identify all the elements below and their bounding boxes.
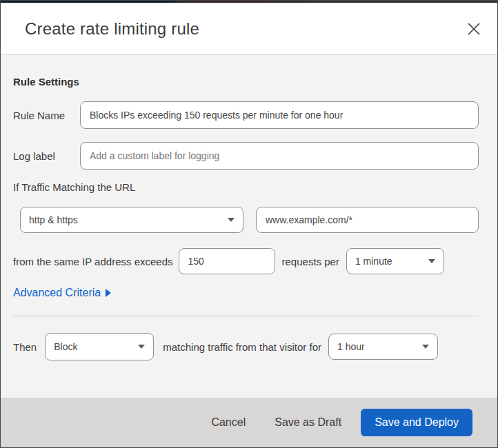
chevron-down-icon [428,259,435,263]
threshold-input[interactable] [179,248,275,274]
action-middle-text: matching traffic from that visitor for [163,341,321,353]
log-label-row: Log label [13,142,479,170]
action-select[interactable]: Block [45,333,154,360]
then-label: Then [13,341,37,353]
chevron-down-icon [228,218,235,222]
modal-footer: Cancel Save as Draft Save and Deploy [1,398,497,447]
threshold-prefix-text: from the same IP address exceeds [13,256,173,267]
advanced-criteria-label: Advanced Criteria [13,287,101,299]
chevron-down-icon [422,345,429,349]
close-x-glyph [468,23,480,35]
save-as-draft-button[interactable]: Save as Draft [275,416,341,429]
rule-name-row: Rule Name [13,101,479,129]
log-label-label: Log label [13,150,80,162]
scheme-select-value: http & https [29,214,78,225]
period-select-value: 1 minute [355,256,392,267]
period-select[interactable]: 1 minute [346,248,444,274]
close-icon[interactable] [464,19,484,39]
modal-header: Create rate limiting rule [1,3,497,55]
threshold-suffix-text: requests per [282,256,339,267]
modal-body: Rule Settings Rule Name Log label If Tra… [1,55,497,398]
url-match-row: http & https [13,207,479,233]
rule-name-input[interactable] [80,101,479,129]
action-select-value: Block [54,341,77,352]
advanced-criteria-link[interactable]: Advanced Criteria [13,287,111,299]
page-title: Create rate limiting rule [25,19,464,39]
rule-name-label: Rule Name [13,110,80,121]
scheme-select[interactable]: http & https [20,207,243,233]
create-rate-limiting-rule-dialog: Create rate limiting rule Rule Settings … [0,0,498,448]
action-row: Then Block matching traffic from that vi… [13,333,479,360]
url-pattern-input[interactable] [256,207,479,233]
threshold-row: from the same IP address exceeds request… [13,248,479,274]
section-divider [13,316,479,316]
traffic-match-intro-text: If Traffic Matching the URL [13,181,479,193]
duration-select[interactable]: 1 hour [328,334,438,360]
cancel-button[interactable]: Cancel [211,416,246,429]
rule-settings-heading: Rule Settings [13,76,479,88]
duration-select-value: 1 hour [337,341,365,352]
triangle-right-icon [106,289,111,297]
chevron-down-icon [138,345,145,349]
save-and-deploy-button[interactable]: Save and Deploy [361,409,472,436]
log-label-input[interactable] [80,142,479,170]
